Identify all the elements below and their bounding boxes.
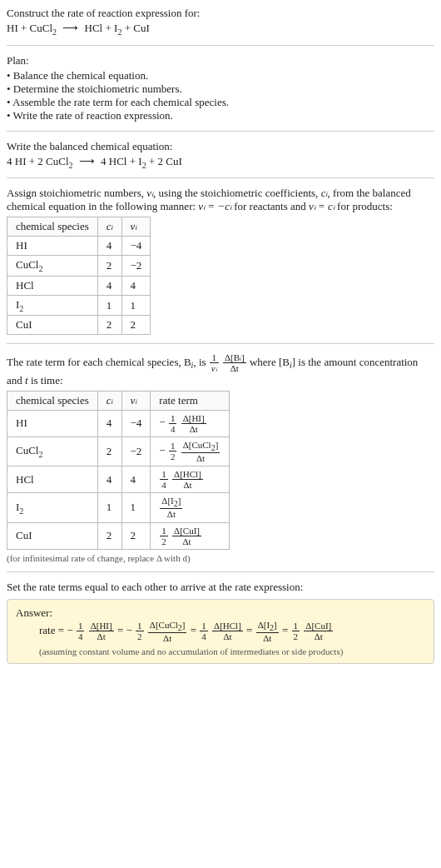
rate-expression: rate = − 14 Δ[HI]Δt = − 12 Δ[CuCl2]Δt = …	[16, 620, 425, 643]
plan-block: Plan: Balance the chemical equation. Det…	[7, 54, 434, 122]
eq-react: νᵢ = −cᵢ	[198, 200, 231, 212]
ci-cell: 2	[97, 316, 121, 335]
coef-cucl2: 2	[37, 155, 43, 167]
fraction: Δ[CuI]Δt	[303, 621, 334, 641]
product-hcl: HCl	[85, 22, 103, 34]
species-cell: HCl	[7, 276, 98, 295]
fraction: 12	[168, 441, 178, 461]
species-cell: HI	[7, 237, 98, 256]
product-cui: CuI	[133, 22, 150, 34]
reactant-cucl2: CuCl2	[46, 155, 72, 167]
rate-cell: − 12 Δ[CuCl2]Δt	[151, 436, 230, 466]
species-cell: HI	[7, 410, 98, 436]
col-vi: νᵢ	[121, 391, 151, 410]
species-cell: CuI	[7, 522, 98, 549]
fraction: Δ[I2]Δt	[159, 496, 183, 519]
assign-text: for reactants and	[231, 200, 309, 212]
table-row: I211Δ[I2]Δt	[7, 493, 230, 522]
ci-cell: 2	[97, 522, 121, 549]
table-row: HI 4 −4	[7, 237, 151, 256]
prompt-text: Construct the rate of reaction expressio…	[7, 7, 434, 20]
table-row: HCl4414 Δ[HCl]Δt	[7, 466, 230, 493]
vi-cell: 4	[121, 466, 151, 493]
ci-cell: 1	[97, 295, 121, 316]
col-species: chemical species	[7, 391, 98, 410]
assumption-note: (assuming constant volume and no accumul…	[16, 646, 425, 656]
stoich-table: chemical species cᵢ νᵢ HI 4 −4 CuCl2 2 −…	[7, 217, 151, 335]
fraction: 14	[199, 621, 209, 641]
col-ci: cᵢ	[97, 391, 121, 410]
fraction: 12	[291, 621, 301, 641]
rateterm-text: is time:	[28, 374, 63, 387]
vi-cell: −4	[121, 237, 151, 256]
table-header-row: chemical species cᵢ νᵢ	[7, 217, 151, 237]
fraction: 14	[159, 469, 169, 490]
balanced-equation: 4 HI + 2 CuCl2 ⟶ 4 HCl + I2 + 2 CuI	[7, 155, 434, 170]
fraction: Δ[HCl]Δt	[171, 469, 204, 490]
assign-text: , using the stoichiometric coefficients,	[153, 187, 321, 199]
assign-text: Assign stoichiometric numbers,	[7, 187, 146, 199]
nu-symbol: νᵢ	[146, 187, 153, 199]
rateterm-text: The rate term for each chemical species,…	[7, 356, 191, 368]
ci-cell: 4	[97, 410, 121, 436]
coef-hcl: 4	[101, 155, 107, 167]
plan-title: Plan:	[7, 54, 434, 67]
plan-item: Assemble the rate term for each chemical…	[7, 96, 434, 109]
species-cell: CuCl2	[7, 436, 98, 466]
rate-cell: 14 Δ[HCl]Δt	[151, 466, 230, 493]
species-cell: HCl	[7, 466, 98, 493]
table-row: I2 1 1	[7, 295, 151, 316]
vi-cell: 2	[121, 316, 151, 335]
vi-cell: −2	[121, 436, 151, 466]
fraction: Δ[CuI]Δt	[171, 526, 202, 546]
assign-text: for products:	[334, 200, 393, 212]
ci-cell: 4	[97, 466, 121, 493]
rate-term-table: chemical species cᵢ νᵢ rate term HI4−4− …	[7, 391, 230, 550]
fraction: Δ[HCl]Δt	[211, 621, 244, 641]
product-i2: I2	[138, 155, 146, 167]
rate-term-block: The rate term for each chemical species,…	[7, 352, 434, 562]
ci-cell: 2	[97, 436, 121, 466]
fraction: Δ[HI]Δt	[181, 413, 207, 434]
table-header-row: chemical species cᵢ νᵢ rate term	[7, 391, 230, 410]
rate-cell: 12 Δ[CuI]Δt	[151, 522, 230, 549]
fraction: Δ[Bᵢ]Δt	[222, 352, 247, 373]
fraction: 12	[159, 526, 169, 546]
final-intro: Set the rate terms equal to each other t…	[7, 581, 434, 594]
fraction: 14	[168, 413, 178, 434]
coef-hi: 4	[7, 155, 12, 167]
unbalanced-equation: HI + CuCl2 ⟶ HCl + I2 + CuI	[7, 22, 434, 37]
fraction: 12	[135, 621, 145, 641]
reactant-hi: HI	[15, 155, 27, 167]
ci-cell: 2	[97, 256, 121, 277]
fraction: Δ[CuCl2]Δt	[147, 620, 188, 643]
eq-prod: νᵢ = cᵢ	[309, 200, 334, 212]
fraction: Δ[HI]Δt	[88, 621, 115, 641]
plan-list: Balance the chemical equation. Determine…	[7, 69, 434, 122]
table-row: CuI 2 2	[7, 316, 151, 335]
table-row: HI4−4− 14 Δ[HI]Δt	[7, 410, 230, 436]
balanced-title: Write the balanced chemical equation:	[7, 140, 434, 153]
vi-cell: 1	[121, 493, 151, 522]
species-cell: CuCl2	[7, 256, 98, 277]
infinitesimal-note: (for infinitesimal rate of change, repla…	[7, 553, 434, 563]
reactant-cucl2: CuCl2	[30, 22, 57, 34]
fraction: 1νᵢ	[209, 352, 220, 373]
balanced-block: Write the balanced chemical equation: 4 …	[7, 140, 434, 170]
assign-block: Assign stoichiometric numbers, νᵢ, using…	[7, 187, 434, 335]
product-cui: CuI	[166, 155, 182, 167]
vi-cell: −4	[121, 410, 151, 436]
table-row: HCl 4 4	[7, 276, 151, 295]
vi-cell: 2	[121, 522, 151, 549]
product-i2: I2	[114, 22, 121, 34]
table-row: CuCl22−2− 12 Δ[CuCl2]Δt	[7, 436, 230, 466]
rate-cell: Δ[I2]Δt	[151, 493, 230, 522]
rateterm-text: , is	[193, 356, 208, 368]
final-block: Set the rate terms equal to each other t…	[7, 581, 434, 664]
plan-item: Write the rate of reaction expression.	[7, 109, 434, 122]
fraction: 14	[76, 621, 86, 641]
ci-cell: 1	[97, 493, 121, 522]
plan-item: Determine the stoichiometric numbers.	[7, 82, 434, 96]
fraction: Δ[I2]Δt	[255, 620, 280, 643]
plan-item: Balance the chemical equation.	[7, 69, 434, 82]
